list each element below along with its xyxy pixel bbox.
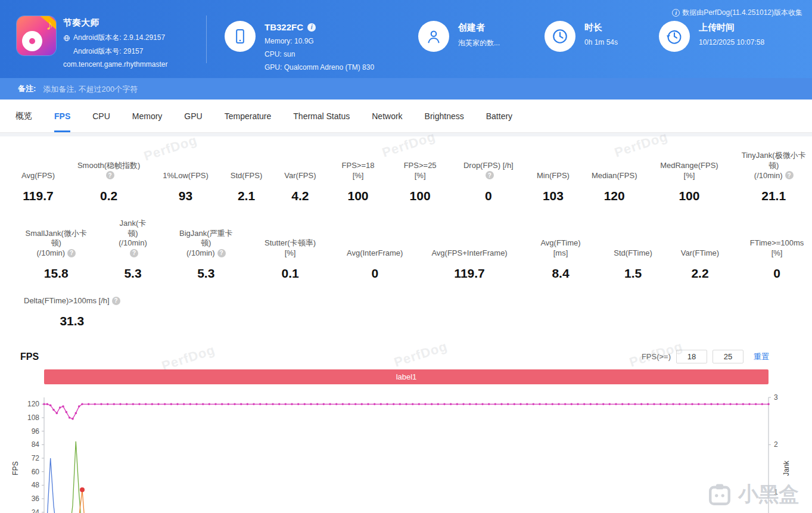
duration-label: 时长 <box>584 22 618 33</box>
fps-chart: 01224364860728496108120012300:0000:0600:… <box>10 390 812 513</box>
stat-label: TinyJank(极微小卡顿) (/10min)? <box>741 151 806 181</box>
upload-time-label: 上传时间 <box>699 22 764 33</box>
tab-Battery[interactable]: Battery <box>486 100 512 132</box>
globe-icon <box>63 35 70 42</box>
stat-smalljank: SmallJank(微小卡顿) (/10min)?15.8 <box>25 229 88 281</box>
upload-time-section: 上传时间 10/12/2025 10:07:58 <box>659 21 808 78</box>
device-model: TB322FC <box>265 22 303 32</box>
stats-row: Delta(FTime)>100ms [/h]?31.3 <box>21 296 806 328</box>
clock-icon <box>551 27 569 45</box>
svg-text:3: 3 <box>774 393 778 402</box>
stat-bigjank: BigJank(严重卡顿) (/10min)?5.3 <box>178 229 234 281</box>
stats-panel: Avg(FPS)119.7Smooth(稳帧指数)?0.21%Low(FPS)9… <box>0 136 812 346</box>
app-icon-disc <box>22 31 42 51</box>
stat-median-fps: Median(FPS)120 <box>592 171 637 203</box>
svg-text:96: 96 <box>32 427 40 436</box>
user-icon <box>425 27 443 45</box>
stat-value: 100 <box>348 189 369 203</box>
fps-chart-title: FPS <box>20 352 39 362</box>
stat-value: 2.1 <box>238 189 255 203</box>
music-note-icon: ♪ <box>46 17 53 33</box>
stat-label: Var(FTime) <box>681 248 719 259</box>
stat-var-ftime: Var(FTime)2.2 <box>681 248 719 281</box>
fps-threshold-filter: FPS(>=) 重置 <box>642 350 769 363</box>
svg-text:1: 1 <box>774 488 778 496</box>
stat-value: 5.3 <box>124 266 141 281</box>
svg-text:Jank: Jank <box>782 460 791 475</box>
tab-概览[interactable]: 概览 <box>15 100 32 132</box>
tab-FPS[interactable]: FPS <box>54 100 70 132</box>
stat-value: 15.8 <box>44 266 69 281</box>
stat-label: SmallJank(微小卡顿) (/10min)? <box>25 229 88 259</box>
stat-value: 0.2 <box>100 189 117 203</box>
fps-threshold-high-input[interactable] <box>713 350 743 363</box>
series-spike-green <box>44 442 762 513</box>
stat-value: 5.3 <box>197 266 214 281</box>
device-info-icon[interactable]: i <box>307 23 316 32</box>
duration-section: 时长 0h 1m 54s <box>545 21 659 78</box>
tab-Temperature[interactable]: Temperature <box>225 100 272 132</box>
app-icon: ♪ <box>17 16 56 55</box>
help-icon[interactable]: ? <box>67 249 76 257</box>
stat-label: MedRange(FPS)[%] <box>659 161 719 181</box>
stat-label: Var(FPS) <box>284 171 316 181</box>
stat-label: BigJank(严重卡顿) (/10min)? <box>178 229 234 259</box>
stat-fps-ge-18: FPS>=18 [%]100 <box>338 161 378 203</box>
device-section: TB322FC i Memory: 10.9G CPU: sun GPU: Qu… <box>225 21 403 78</box>
svg-text:84: 84 <box>32 440 40 449</box>
stat-label: FPS>=25 [%] <box>400 161 440 181</box>
fps-section-header: FPS FPS(>=) 重置 <box>0 346 812 369</box>
stat-low1-fps: 1%Low(FPS)93 <box>163 171 209 203</box>
app-name: 节奏大师 <box>63 17 167 29</box>
stat-label: Std(FPS) <box>231 171 262 181</box>
stat-avg-fps: Avg(FPS)119.7 <box>21 171 55 203</box>
help-icon[interactable]: ? <box>130 249 138 257</box>
stat-min-fps: Min(FPS)103 <box>537 171 570 203</box>
help-icon[interactable]: ? <box>217 249 226 257</box>
app-info-block: ♪ 节奏大师 Android版本名: 2.9.14.29157 Android版… <box>17 16 206 78</box>
svg-text:24: 24 <box>32 508 40 513</box>
help-icon[interactable]: ? <box>785 171 794 179</box>
svg-text:2: 2 <box>774 440 778 449</box>
stat-std-fps: Std(FPS)2.1 <box>231 171 262 203</box>
label-banner: label1 <box>44 369 769 384</box>
stat-value: 119.7 <box>23 189 53 203</box>
help-icon[interactable]: ? <box>112 297 120 305</box>
stat-drop-fps: Drop(FPS) [/h]?0 <box>462 161 515 203</box>
app-package: com.tencent.game.rhythmmaster <box>63 60 167 69</box>
note-label: 备注: <box>18 83 36 94</box>
tab-Network[interactable]: Network <box>372 100 402 132</box>
tab-Thermal Status[interactable]: Thermal Status <box>293 100 350 132</box>
header-divider <box>206 15 207 63</box>
reset-link[interactable]: 重置 <box>754 352 769 362</box>
stat-label: Median(FPS) <box>592 171 637 181</box>
tab-GPU[interactable]: GPU <box>184 100 202 132</box>
tab-Brightness[interactable]: Brightness <box>425 100 464 132</box>
upload-time-value: 10/12/2025 10:07:58 <box>699 38 764 46</box>
stat-label: Std(FTime) <box>614 248 652 259</box>
collect-note-text: 数据由PerfDog(11.4.251012)版本收集 <box>682 8 802 18</box>
fps-threshold-label: FPS(>=) <box>642 352 671 361</box>
tab-Memory[interactable]: Memory <box>132 100 163 132</box>
stat-value: 0.1 <box>281 266 298 281</box>
stat-value: 0 <box>371 266 378 281</box>
series-spike-orange <box>44 490 769 513</box>
event-point-marker <box>80 487 85 492</box>
stat-std-ftime: Std(FTime)1.5 <box>614 248 652 281</box>
help-icon[interactable]: ? <box>486 171 494 179</box>
stat-label: Drop(FPS) [/h]? <box>462 161 515 181</box>
note-input[interactable] <box>42 84 256 94</box>
stat-value: 2.2 <box>691 266 708 281</box>
tab-CPU[interactable]: CPU <box>92 100 110 132</box>
fps-chart-svg[interactable]: 01224364860728496108120012300:0000:0600:… <box>10 390 804 513</box>
stat-value: 21.1 <box>761 189 786 203</box>
note-bar: 备注: <box>0 78 812 100</box>
stat-ftime-ge-100: FTime>=100ms [%]0 <box>748 238 806 281</box>
stat-value: 120 <box>604 189 625 203</box>
creator-label: 创建者 <box>458 22 500 33</box>
help-icon[interactable]: ? <box>106 171 114 179</box>
fps-threshold-low-input[interactable] <box>676 350 707 363</box>
collect-note: i 数据由PerfDog(11.4.251012)版本收集 <box>672 8 802 18</box>
stat-smooth: Smooth(稳帧指数)?0.2 <box>77 161 141 203</box>
device-memory: Memory: 10.9G <box>265 37 374 45</box>
